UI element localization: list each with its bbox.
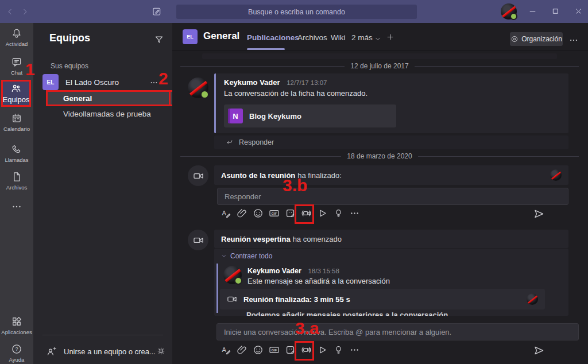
org-button-label: Organización bbox=[521, 35, 562, 43]
participant-avatar bbox=[527, 293, 538, 305]
sidebar-item-archivos[interactable]: Archivos bbox=[0, 171, 33, 191]
annotation-label-step3a: 3.a bbox=[295, 319, 319, 338]
emoji-icon[interactable] bbox=[253, 344, 264, 355]
svg-text:GIF: GIF bbox=[272, 348, 277, 352]
attach-icon[interactable] bbox=[237, 208, 247, 219]
sidebar-item-aplicaciones[interactable]: Aplicaciones bbox=[0, 316, 33, 335]
reply-author-avatar[interactable] bbox=[223, 266, 242, 284]
gif-icon[interactable]: GIF bbox=[269, 208, 280, 219]
more-options-icon[interactable] bbox=[349, 344, 360, 355]
date-divider: 12 de julio de 2017 bbox=[180, 62, 579, 70]
rail-label: Chat bbox=[11, 69, 22, 76]
channel-item-general[interactable]: General bbox=[46, 90, 186, 106]
user-avatar[interactable] bbox=[501, 3, 517, 20]
teams-icon bbox=[10, 83, 22, 94]
join-or-create-team-button[interactable]: Unirse a un equipo o crea... bbox=[46, 343, 167, 359]
tab-card-blog[interactable]: N Blog Keykumo bbox=[224, 104, 396, 127]
compose-placeholder: Inicie una conversación nueva. Escriba @… bbox=[224, 328, 451, 336]
compose-toolbar: A GIF bbox=[220, 344, 360, 355]
panel-divider bbox=[42, 335, 163, 335]
calendar-icon bbox=[11, 113, 22, 124]
more-options-icon[interactable] bbox=[349, 208, 360, 219]
new-chat-icon[interactable] bbox=[152, 6, 162, 17]
message-text: La conversación de la ficha ha comenzado… bbox=[224, 89, 562, 98]
chevron-down-icon[interactable] bbox=[374, 36, 381, 42]
sidebar-item-actividad[interactable]: Actividad bbox=[0, 28, 33, 47]
svg-text:A: A bbox=[222, 210, 226, 216]
channel-title: General bbox=[203, 30, 239, 42]
attach-icon[interactable] bbox=[237, 344, 247, 355]
stream-icon[interactable] bbox=[317, 344, 328, 355]
tab-wiki[interactable]: Wiki bbox=[331, 33, 346, 42]
channel-name: General bbox=[63, 94, 92, 103]
rail-label: Actividad bbox=[6, 41, 28, 47]
stream-icon[interactable] bbox=[317, 208, 328, 219]
team-name: El Lado Oscuro bbox=[65, 78, 119, 87]
message-author-avatar[interactable] bbox=[188, 78, 208, 98]
format-icon[interactable]: A bbox=[220, 344, 231, 355]
forward-icon[interactable] bbox=[21, 7, 29, 16]
close-button[interactable] bbox=[574, 7, 583, 16]
team-avatar: EL bbox=[42, 74, 59, 90]
rail-label: Calendario bbox=[3, 126, 30, 132]
add-tab-icon[interactable] bbox=[386, 33, 394, 41]
back-icon[interactable] bbox=[6, 7, 14, 16]
chat-icon bbox=[11, 56, 22, 68]
status-available-dot bbox=[234, 277, 242, 285]
send-icon[interactable] bbox=[533, 344, 545, 357]
meeting-camera-badge bbox=[188, 230, 208, 250]
message-text: Este mensaje se añadirá a la conversació… bbox=[247, 277, 390, 285]
rail-label: Llamadas bbox=[5, 157, 28, 163]
format-icon[interactable]: A bbox=[220, 208, 231, 219]
help-icon: ? bbox=[11, 343, 22, 355]
teams-app-window: Busque o escriba un comando Actividad Ch… bbox=[0, 0, 588, 364]
status-available-dot bbox=[510, 13, 517, 20]
svg-text:A: A bbox=[222, 346, 226, 353]
message-header: Keykumo Vader 12/7/17 13:07 bbox=[224, 78, 562, 87]
organization-button[interactable]: Organización bbox=[510, 32, 563, 46]
praise-icon[interactable] bbox=[333, 208, 344, 219]
file-icon bbox=[11, 171, 22, 183]
sidebar-item-llamadas[interactable]: Llamadas bbox=[0, 144, 33, 163]
emoji-icon[interactable] bbox=[253, 208, 264, 219]
reply-placeholder: Responder bbox=[225, 192, 261, 201]
new-conversation-input[interactable]: Inicie una conversación nueva. Escriba @… bbox=[216, 323, 579, 340]
gear-icon[interactable] bbox=[156, 346, 166, 356]
maximize-button[interactable] bbox=[551, 7, 560, 16]
header-divider bbox=[172, 50, 588, 51]
collapse-label: Contraer todo bbox=[230, 252, 272, 260]
team-more-options-icon[interactable] bbox=[149, 78, 158, 87]
annotation-box-step3b bbox=[295, 204, 314, 224]
meeting-started-message: Reunión vespertina ha comenzado bbox=[214, 230, 568, 248]
panel-title: Equipos bbox=[49, 32, 90, 44]
filter-icon[interactable] bbox=[154, 34, 164, 45]
tab-publicaciones[interactable]: Publicaciones bbox=[247, 33, 299, 42]
minimize-button[interactable] bbox=[528, 7, 537, 16]
collapse-all-link[interactable]: Contraer todo bbox=[221, 252, 272, 260]
command-search-input[interactable]: Busque o escriba un comando bbox=[176, 5, 417, 19]
sidebar-item-equipos-selected[interactable]: Equipos bbox=[1, 80, 31, 107]
more-apps-icon[interactable] bbox=[11, 201, 22, 212]
channel-item-videollamadas[interactable]: Videollamadas de prueba bbox=[63, 110, 151, 118]
sidebar-item-ayuda[interactable]: ? Ayuda bbox=[0, 343, 33, 363]
phone-icon bbox=[11, 144, 22, 155]
tab-archivos[interactable]: Archivos bbox=[297, 33, 327, 42]
reply-bar[interactable]: Responder bbox=[214, 135, 568, 149]
tab-more[interactable]: 2 más bbox=[351, 33, 373, 42]
annotation-label-step2: 2 bbox=[158, 69, 168, 88]
meeting-ended-summary: Reunión finalizada: 3 min 55 s bbox=[220, 289, 545, 309]
title-bar: Busque o escriba un comando bbox=[0, 0, 588, 23]
praise-icon[interactable] bbox=[333, 344, 344, 355]
send-icon[interactable] bbox=[533, 208, 545, 220]
channel-more-options-icon[interactable] bbox=[568, 35, 579, 45]
person-add-icon bbox=[46, 346, 57, 357]
camera-icon bbox=[193, 235, 204, 246]
date-divider-label: 18 de marzo de 2020 bbox=[347, 152, 412, 160]
reply-input[interactable]: Responder bbox=[217, 188, 568, 205]
clipped-message-text: Podemos añadir mensajes posteriores a la… bbox=[246, 311, 448, 316]
status-available-dot bbox=[200, 90, 209, 99]
rail-label: Aplicaciones bbox=[1, 329, 32, 335]
date-divider-label: 12 de julio de 2017 bbox=[350, 62, 408, 70]
sidebar-item-calendario[interactable]: Calendario bbox=[0, 113, 33, 132]
gif-icon[interactable]: GIF bbox=[269, 344, 280, 355]
